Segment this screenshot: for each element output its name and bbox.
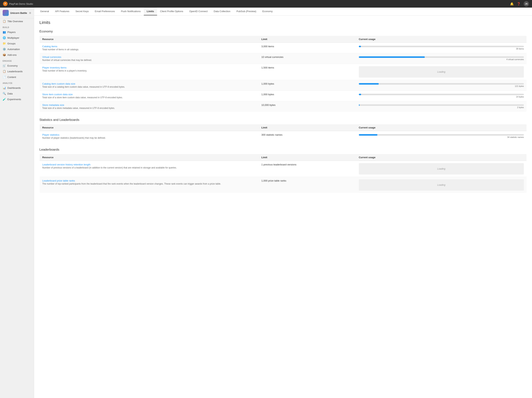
resource-desc-store-metadata-size: Total size of a store metadata value, me… <box>42 107 256 110</box>
data-icon: 🔍 <box>3 92 6 95</box>
sidebar-label-content: Content <box>7 76 16 78</box>
topbar: P PlayFab Demo Studio 🔔 ❓ JA <box>0 0 532 8</box>
sidebar-label-data: Data <box>7 92 13 95</box>
cell-usage-store-metadata-size: 2 bytes <box>356 101 527 112</box>
progress-container-catalog-item-custom-data-size: 121 bytes <box>359 83 524 87</box>
resource-link-store-item-custom-data-size[interactable]: Store item custom data size <box>42 93 73 96</box>
tab-economy-tab[interactable]: Economy <box>259 8 276 15</box>
dashboards-icon: 📊 <box>3 86 6 89</box>
tab-push-notifications[interactable]: Push Notifications <box>118 8 144 15</box>
resource-desc-catalog-item-custom-data-size: Total size of a catalog item custom data… <box>42 85 256 88</box>
table-leaderboards: ResourceLimitCurrent usageLeaderboard ve… <box>39 154 527 193</box>
cell-limit-leaderboard-prize-table-ranks: 1,000 prize table ranks <box>259 177 356 193</box>
table-row-catalog-items: Catalog itemsTotal number of items in al… <box>40 43 527 53</box>
sidebar-brand: Unicorn Battle ⚙ <box>0 8 34 18</box>
resource-desc-leaderboard-prize-table-ranks: The number of top-ranked participants fr… <box>42 183 256 185</box>
progress-label-catalog-item-custom-data-size: 121 bytes <box>359 85 524 87</box>
cell-usage-leaderboard-version-history: Loading <box>356 161 527 177</box>
sidebar-item-groups[interactable]: 📁Groups <box>0 41 34 46</box>
sidebar-section-analyze: ANALYZE <box>0 80 34 85</box>
resource-link-virtual-currencies[interactable]: Virtual currencies <box>42 56 61 59</box>
tab-email-preferences[interactable]: Email Preferences <box>92 8 118 15</box>
tab-data-collection[interactable]: Data Collection <box>211 8 234 15</box>
sidebar-label-multiplayer: Multiplayer <box>7 36 19 39</box>
sidebar-item-dashboards[interactable]: 📊Dashboards <box>0 85 34 91</box>
content-icon: 📄 <box>3 76 6 78</box>
notification-icon[interactable]: 🔔 <box>510 2 514 6</box>
sidebar-label-players: Players <box>7 31 16 33</box>
sidebar-label-addons: Add-ons <box>7 53 17 56</box>
resource-link-leaderboard-version-history[interactable]: Leaderboard version history retention le… <box>42 163 90 166</box>
progress-label-virtual-currencies: 4 virtual currencies <box>359 58 524 60</box>
table-statistics-leaderboards: ResourceLimitCurrent usagePlayer statist… <box>39 124 527 142</box>
tab-openid-connect[interactable]: OpenID Connect <box>186 8 211 15</box>
cell-usage-player-inventory-items: Loading <box>356 64 527 80</box>
page-title: Limits <box>39 20 527 25</box>
progress-label-catalog-items: 39 items <box>359 48 524 50</box>
sidebar: Unicorn Battle ⚙ 📋 Title Overview BUILD👥… <box>0 8 34 398</box>
sidebar-item-data[interactable]: 🔍Data <box>0 91 34 96</box>
resource-link-player-inventory-items[interactable]: Player inventory items <box>42 66 66 69</box>
addons-icon: 📦 <box>3 53 6 56</box>
topbar-right: 🔔 ❓ JA <box>510 1 529 7</box>
table-row-store-item-custom-data-size: Store item custom data sizeTotal size of… <box>40 91 527 101</box>
sidebar-label-economy: Economy <box>7 64 18 67</box>
col-header-current-usage: Current usage <box>356 154 527 161</box>
cell-resource-store-metadata-size: Store metadata sizeTotal size of a store… <box>40 101 259 112</box>
sidebar-item-players[interactable]: 👥Players <box>0 29 34 35</box>
sidebar-item-experiments[interactable]: 🧪Experiments <box>0 96 34 102</box>
cell-resource-leaderboard-prize-table-ranks: Leaderboard prize table ranksThe number … <box>40 177 259 193</box>
sidebar-item-addons[interactable]: 📦Add-ons <box>0 52 34 58</box>
user-avatar[interactable]: JA <box>524 1 529 7</box>
sidebar-label-groups: Groups <box>7 42 16 45</box>
topbar-left: P PlayFab Demo Studio <box>3 1 33 6</box>
progress-container-player-statistics: 34 statistic names <box>359 134 524 138</box>
title-overview-label: Title Overview <box>7 20 23 23</box>
sidebar-item-automation[interactable]: ⚙️Automation <box>0 46 34 52</box>
sidebar-item-content[interactable]: 📄Content <box>0 74 34 80</box>
col-header-resource: Resource <box>40 154 259 161</box>
section-title-economy: Economy <box>39 30 527 33</box>
cell-limit-player-statistics: 300 statistic names <box>259 131 356 142</box>
sidebar-item-leaderboards[interactable]: 📋Leaderboards <box>0 68 34 74</box>
sidebar-label-experiments: Experiments <box>7 98 21 101</box>
cell-limit-leaderboard-version-history: 1 previous leaderboard versions <box>259 161 356 177</box>
table-economy: ResourceLimitCurrent usageCatalog itemsT… <box>39 36 527 112</box>
resource-link-catalog-items[interactable]: Catalog items <box>42 45 57 48</box>
settings-icon[interactable]: ⚙ <box>29 12 31 14</box>
table-row-store-metadata-size: Store metadata sizeTotal size of a store… <box>40 101 527 112</box>
resource-link-store-metadata-size[interactable]: Store metadata size <box>42 104 64 106</box>
cell-limit-catalog-item-custom-data-size: 1,000 bytes <box>259 80 356 91</box>
sidebar-section-build: BUILD <box>0 24 34 29</box>
help-icon[interactable]: ❓ <box>517 2 521 6</box>
sidebar-item-economy[interactable]: 🛒Economy <box>0 63 34 68</box>
tab-general[interactable]: General <box>37 8 52 15</box>
tab-api-features[interactable]: API Features <box>52 8 72 15</box>
table-row-catalog-item-custom-data-size: Catalog item custom data sizeTotal size … <box>40 80 527 91</box>
progress-container-store-item-custom-data-size: 14 bytes <box>359 94 524 98</box>
table-row-virtual-currencies: Virtual currenciesNumber of virtual curr… <box>40 53 527 64</box>
sidebar-item-multiplayer[interactable]: 🌐Multiplayer <box>0 35 34 41</box>
progress-bar-bg-virtual-currencies <box>359 56 524 58</box>
leaderboards-icon: 📋 <box>3 70 6 73</box>
col-header-resource: Resource <box>40 124 259 131</box>
main-content: GeneralAPI FeaturesSecret KeysEmail Pref… <box>34 8 532 398</box>
progress-bar-fill-virtual-currencies <box>359 56 425 58</box>
resource-desc-player-statistics: Number of player statistics (leaderboard… <box>42 137 256 139</box>
resource-desc-virtual-currencies: Number of virtual currencies that may be… <box>42 59 256 61</box>
resource-desc-player-inventory-items: Total number of items in a player's inve… <box>42 69 256 72</box>
progress-bar-fill-catalog-items <box>359 46 361 47</box>
resource-link-catalog-item-custom-data-size[interactable]: Catalog item custom data size <box>42 82 75 85</box>
cell-usage-catalog-items: 39 items <box>356 43 527 53</box>
tab-limits[interactable]: Limits <box>144 8 157 15</box>
sidebar-item-title-overview[interactable]: 📋 Title Overview <box>0 18 34 24</box>
tab-secret-keys[interactable]: Secret Keys <box>72 8 92 15</box>
resource-link-player-statistics[interactable]: Player statistics <box>42 133 59 136</box>
resource-desc-leaderboard-version-history: Number of previous versions of a leaderb… <box>42 166 256 169</box>
tab-client-profile-options[interactable]: Client Profile Options <box>157 8 186 15</box>
resource-desc-catalog-items: Total number of items in all catalogs. <box>42 48 256 51</box>
resource-link-leaderboard-prize-table-ranks[interactable]: Leaderboard prize table ranks <box>42 179 75 182</box>
tab-pubsub[interactable]: PubSub (Preview) <box>234 8 259 15</box>
section-title-statistics-leaderboards: Statistics and Leaderboards <box>39 118 527 122</box>
cell-usage-player-statistics: 34 statistic names <box>356 131 527 142</box>
